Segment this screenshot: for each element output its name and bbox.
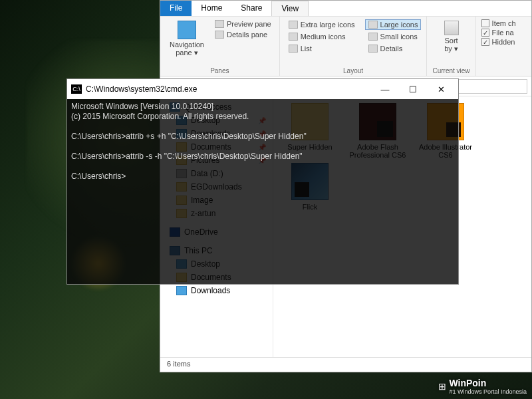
tab-view[interactable]: View (271, 1, 309, 16)
ribbon-tabs: File Home Share View (160, 1, 531, 17)
ribbon-group-panes: Navigation pane ▾ Preview pane Details p… (160, 17, 280, 76)
cmd-titlebar[interactable]: C:\ C:\Windows\system32\cmd.exe — ☐ ✕ (67, 79, 458, 99)
check-ext-label: File na (492, 29, 514, 37)
checkbox-icon (481, 29, 489, 37)
navigation-pane-label: Navigation pane ▾ (170, 41, 204, 57)
list-icon (289, 45, 298, 53)
check-file-ext[interactable]: File na (481, 29, 516, 37)
ribbon-group-panes-label: Panes (166, 67, 274, 74)
small-label: Small icons (380, 33, 418, 41)
status-bar: 6 items (160, 357, 531, 372)
close-button[interactable]: ✕ (428, 80, 454, 98)
cmd-prompt: C:\Users\chris> (71, 172, 126, 181)
large-icon (368, 21, 378, 29)
list-label: List (301, 45, 312, 53)
ribbon-group-currentview: Sort by ▾ Current view (427, 17, 475, 76)
layout-list[interactable]: List (285, 43, 358, 54)
cmd-icon: C:\ (71, 84, 82, 94)
watermark-main: WinPoin (449, 378, 486, 388)
watermark-sub: #1 Windows Portal Indonesia (449, 388, 527, 395)
preview-pane-label: Preview pane (227, 20, 271, 28)
layout-extra-large[interactable]: Extra large icons (285, 19, 358, 30)
details-icon (368, 45, 378, 53)
layout-details[interactable]: Details (365, 43, 422, 54)
cmd-line: Microsoft Windows [Version 10.0.10240] (71, 102, 213, 111)
cmd-line: C:\Users\chris>attrib -s -h "C:\Users\ch… (71, 152, 303, 161)
cmd-window[interactable]: C:\ C:\Windows\system32\cmd.exe — ☐ ✕ Mi… (66, 78, 459, 285)
xl-label: Extra large icons (301, 21, 355, 29)
xl-icon (289, 21, 298, 29)
cmd-output[interactable]: Microsoft Windows [Version 10.0.10240] (… (67, 99, 458, 184)
maximize-button[interactable]: ☐ (400, 80, 426, 98)
ribbon-group-layout-label: Layout (285, 67, 422, 74)
checkbox-icon (481, 38, 489, 46)
cmd-title-text: C:\Windows\system32\cmd.exe (86, 84, 197, 94)
navigation-pane-button[interactable]: Navigation pane ▾ (166, 19, 208, 59)
sort-label: Sort by ▾ (444, 37, 458, 53)
check-hidden-label: Hidden (492, 38, 515, 46)
watermark: ⊞ WinPoin #1 Windows Portal Indonesia (438, 378, 527, 395)
details-pane-icon (215, 31, 224, 39)
preview-pane-button[interactable]: Preview pane (212, 19, 274, 29)
details-pane-button[interactable]: Details pane (212, 30, 274, 39)
cmd-line: (c) 2015 Microsoft Corporation. All righ… (71, 112, 249, 121)
layout-small[interactable]: Small icons (365, 31, 422, 42)
cmd-line: C:\Users\chris>attrib +s +h "C:\Users\ch… (71, 132, 307, 141)
sidebar-sub-downloads[interactable]: Downloads (160, 284, 273, 297)
preview-pane-icon (215, 20, 224, 28)
checkbox-icon (481, 19, 489, 27)
sort-by-button[interactable]: Sort by ▾ (432, 19, 469, 55)
minimize-button[interactable]: — (372, 80, 398, 98)
large-label: Large icons (380, 21, 418, 29)
small-icon (368, 33, 378, 41)
ribbon-group-layout: Extra large icons Large icons Medium ico… (280, 17, 428, 76)
downloads-icon (176, 286, 187, 295)
check-item-checkboxes[interactable]: Item ch (481, 19, 516, 27)
medium-label: Medium icons (301, 33, 346, 41)
winpoin-logo-icon: ⊞ (438, 381, 446, 392)
details-label: Details (380, 45, 403, 53)
tab-home[interactable]: Home (192, 1, 231, 16)
check-hidden-items[interactable]: Hidden (481, 38, 516, 46)
layout-large[interactable]: Large icons (365, 19, 422, 30)
tab-file[interactable]: File (160, 1, 192, 16)
ribbon-group-showhide: Item ch File na Hidden (476, 17, 521, 76)
layout-medium[interactable]: Medium icons (285, 31, 358, 42)
ribbon-group-currentview-label: Current view (432, 67, 469, 74)
medium-icon (289, 33, 298, 41)
sort-icon (444, 21, 459, 35)
check-item-label: Item ch (492, 19, 516, 27)
navigation-pane-icon (178, 21, 196, 39)
sidebar-label: Downloads (191, 286, 230, 295)
tab-share[interactable]: Share (231, 1, 271, 16)
ribbon-view: Navigation pane ▾ Preview pane Details p… (160, 17, 531, 76)
details-pane-label: Details pane (227, 31, 267, 39)
